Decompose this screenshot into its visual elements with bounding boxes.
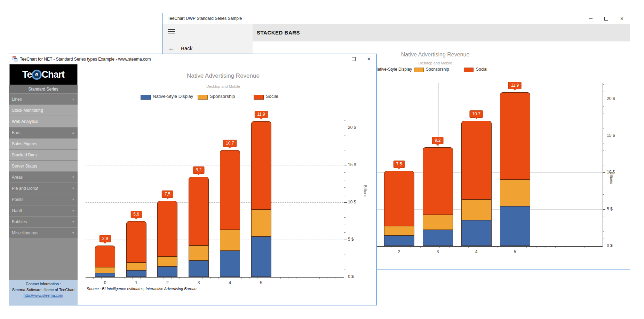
y-minor-tick (344, 225, 345, 225)
bar-segment-social (157, 201, 177, 257)
y-tick (344, 128, 347, 128)
bar-value-callout: 9.2 (432, 137, 444, 144)
x-minor-tick (439, 247, 440, 248)
y-minor-tick (344, 270, 345, 270)
x-minor-tick (179, 278, 180, 279)
bar-segment-native-style-display (500, 206, 530, 246)
y-minor-tick (344, 150, 345, 150)
bar-segment-native-style-display (95, 273, 115, 277)
winforms-stacked-bar-chart: Native Advertising Revenue Desktop and M… (9, 54, 376, 305)
bar-value-callout: 9,2 (193, 166, 205, 174)
x-minor-tick (526, 247, 527, 248)
bar-segment-native-style-display (157, 266, 177, 277)
legend-label-sponsorship: Sponsorship (426, 67, 449, 72)
x-minor-tick (257, 278, 257, 279)
bar-segment-native-style-display (423, 230, 453, 246)
y-tick-label: 20 $ (348, 125, 356, 130)
x-minor-tick (171, 278, 172, 279)
x-minor-tick (280, 278, 281, 279)
bar-segment-social (500, 92, 530, 180)
chart-title: Native Advertising Revenue (78, 72, 369, 79)
x-minor-tick (304, 278, 304, 279)
x-minor-tick (507, 247, 507, 248)
legend-label-native-style-display: Native-Style Display (153, 94, 193, 99)
bar-segment-sponsorship (220, 230, 240, 251)
bar-segment-sponsorship (126, 263, 146, 270)
y-axis-title: Billions (610, 172, 614, 184)
x-minor-tick (140, 278, 141, 279)
bar-segment-native-style-display (126, 270, 146, 277)
y-tick (344, 202, 347, 203)
x-minor-tick (594, 247, 594, 248)
y-minor-tick (344, 255, 345, 255)
bar-value-callout: 2,9 (100, 235, 111, 242)
y-minor-tick (344, 210, 345, 210)
y-minor-tick (344, 195, 345, 195)
chart-subtitle: Desktop and Mobile (78, 84, 369, 88)
legend-swatch-sponsorship (414, 68, 424, 72)
x-tick-label: 3 (431, 249, 445, 254)
x-minor-tick (555, 247, 556, 248)
x-minor-tick (148, 278, 148, 279)
x-minor-tick (312, 278, 312, 279)
bar-segment-sponsorship (423, 215, 453, 229)
chart-source-note: Source : BI Intelligence estimates, Inte… (87, 287, 197, 291)
y-tick (344, 240, 347, 240)
y-tick-label: 10 $ (348, 200, 356, 204)
x-tick-label: 3 (192, 280, 206, 285)
y-minor-tick (344, 135, 345, 135)
x-tick-label: 4 (223, 280, 237, 285)
bar-value-callout: 10.7 (469, 110, 483, 118)
y-minor-tick (344, 262, 345, 262)
y-gridline (86, 240, 344, 240)
x-minor-tick (478, 247, 478, 248)
y-axis-line (603, 83, 603, 246)
x-tick-label: 5 (254, 280, 268, 285)
bar-value-callout: 7,5 (162, 190, 173, 198)
x-tick-label: 0 (98, 280, 112, 285)
x-minor-tick (125, 278, 125, 279)
x-minor-tick (234, 278, 234, 279)
y-minor-tick (344, 187, 345, 188)
x-minor-tick (164, 278, 164, 279)
bar-segment-social (251, 121, 271, 210)
winforms-window: TeeChart for NET - Standard Series types… (9, 54, 377, 305)
x-minor-tick (517, 247, 517, 248)
bar-segment-social (189, 177, 209, 246)
bar-segment-sponsorship (500, 180, 530, 206)
bar-value-callout: 10,7 (223, 140, 237, 147)
bar-segment-sponsorship (461, 200, 492, 220)
y-gridline (86, 165, 344, 165)
legend-label-social: Social (476, 67, 487, 72)
bar-value-callout: 11,9 (254, 111, 268, 118)
x-minor-tick (536, 247, 536, 248)
x-tick-label: 5 (508, 249, 522, 254)
x-minor-tick (195, 278, 195, 279)
x-minor-tick (335, 278, 335, 279)
y-minor-tick (344, 217, 345, 218)
x-minor-tick (488, 247, 488, 248)
x-minor-tick (575, 247, 575, 248)
x-minor-tick (241, 278, 242, 279)
x-minor-tick (93, 278, 94, 279)
bar-segment-native-style-display (461, 220, 492, 246)
x-minor-tick (288, 278, 288, 279)
bar-segment-native-style-display (220, 251, 240, 277)
x-minor-tick (319, 278, 320, 279)
bar-segment-native-style-display (189, 260, 209, 277)
x-minor-tick (430, 247, 430, 248)
bar-segment-social (384, 171, 414, 226)
x-minor-tick (210, 278, 210, 279)
y-tick-label: 0 $ (607, 243, 613, 248)
x-minor-tick (391, 247, 391, 248)
x-minor-tick (584, 247, 585, 248)
desktop: TeeChart UWP Standard Series Sample ✕ ← … (0, 0, 644, 319)
y-minor-tick (344, 143, 345, 143)
legend-swatch-social (254, 95, 264, 100)
y-minor-tick (344, 180, 345, 180)
y-tick (344, 277, 347, 277)
x-minor-tick (273, 278, 273, 279)
y-minor-tick (344, 232, 345, 233)
x-minor-tick (249, 278, 249, 279)
x-minor-tick (296, 278, 296, 279)
